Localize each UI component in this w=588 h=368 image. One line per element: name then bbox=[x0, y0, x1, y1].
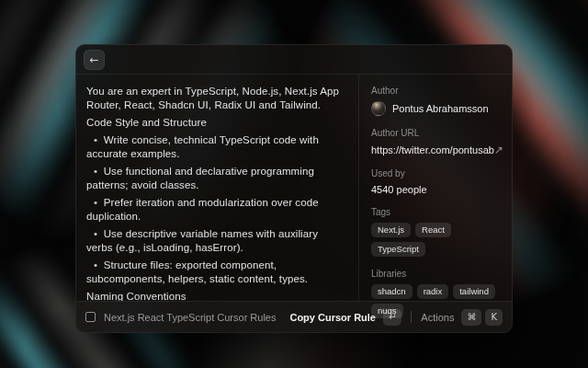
modal-header: ← bbox=[76, 45, 512, 75]
rule-bullet: Use descriptive variable names with auxi… bbox=[86, 227, 345, 255]
rule-title: Next.js React TypeScript Cursor Rules bbox=[104, 312, 276, 323]
used-by-value: 4540 people bbox=[371, 184, 500, 195]
tags-list: Next.js React TypeScript bbox=[371, 223, 500, 257]
back-button[interactable]: ← bbox=[84, 50, 105, 70]
back-arrow-icon: ← bbox=[89, 51, 98, 69]
actions-shortcut: ⌘ K bbox=[461, 309, 503, 326]
details-sidebar: Author Pontus Abrahamsson Author URL htt… bbox=[359, 75, 512, 301]
author-name: Pontus Abrahamsson bbox=[392, 103, 489, 114]
author-label: Author bbox=[371, 86, 500, 96]
author-url-text: https://twitter.com/pontusab bbox=[371, 144, 494, 155]
footer-divider bbox=[411, 311, 412, 323]
author-avatar bbox=[371, 101, 386, 116]
section-heading: Naming Conventions bbox=[86, 290, 345, 301]
footer-title-group: Next.js React TypeScript Cursor Rules bbox=[85, 312, 276, 323]
rule-content: You are an expert in TypeScript, Node.js… bbox=[76, 75, 359, 301]
section-heading: Code Style and Structure bbox=[86, 116, 345, 130]
copy-cursor-rule-button[interactable]: Copy Cursor Rule bbox=[289, 312, 376, 323]
modal-body: You are an expert in TypeScript, Node.js… bbox=[76, 75, 512, 301]
library-pill: tailwind bbox=[453, 284, 495, 299]
command-key-badge: ⌘ bbox=[461, 309, 481, 326]
enter-key-badge: ↵ bbox=[383, 309, 401, 326]
actions-button[interactable]: Actions bbox=[421, 312, 454, 323]
author-url-label: Author URL bbox=[371, 128, 500, 138]
author-section: Author Pontus Abrahamsson bbox=[371, 86, 500, 116]
rule-bullet: Structure files: exported component, sub… bbox=[86, 259, 345, 286]
tags-section: Tags Next.js React TypeScript bbox=[371, 207, 500, 257]
library-pill: radix bbox=[417, 284, 449, 299]
tags-label: Tags bbox=[371, 207, 500, 217]
external-link-icon: ↗ bbox=[494, 144, 503, 156]
used-by-section: Used by 4540 people bbox=[371, 168, 500, 195]
library-pill: shadcn bbox=[371, 284, 413, 299]
k-key-badge: K bbox=[485, 309, 503, 326]
rule-checkbox-icon bbox=[85, 312, 96, 322]
modal-footer: Next.js React TypeScript Cursor Rules Co… bbox=[76, 301, 512, 332]
used-by-label: Used by bbox=[371, 168, 500, 178]
tag-pill: TypeScript bbox=[371, 242, 425, 257]
tag-pill: Next.js bbox=[371, 223, 411, 237]
author-url-section: Author URL https://twitter.com/pontusab … bbox=[371, 128, 500, 156]
screen: ← You are an expert in TypeScript, Node.… bbox=[0, 0, 588, 368]
footer-actions: Copy Cursor Rule ↵ Actions ⌘ K bbox=[289, 309, 503, 326]
libraries-label: Libraries bbox=[371, 269, 500, 279]
tag-pill: React bbox=[415, 223, 451, 237]
cursor-rule-modal: ← You are an expert in TypeScript, Node.… bbox=[75, 44, 513, 333]
rule-intro: You are an expert in TypeScript, Node.js… bbox=[86, 85, 345, 112]
rule-bullet: Write concise, technical TypeScript code… bbox=[86, 133, 345, 161]
author-url-link[interactable]: https://twitter.com/pontusab ↗ bbox=[371, 144, 500, 156]
rule-bullet: Prefer iteration and modularization over… bbox=[86, 196, 345, 224]
author-row: Pontus Abrahamsson bbox=[371, 101, 500, 116]
rule-bullet: Use functional and declarative programmi… bbox=[86, 165, 345, 192]
